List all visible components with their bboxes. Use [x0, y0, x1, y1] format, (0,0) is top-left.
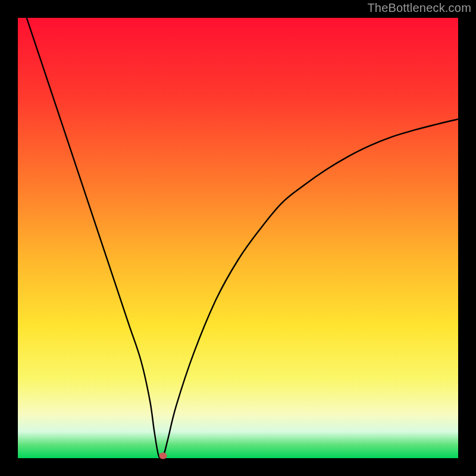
curve-svg	[18, 18, 458, 458]
watermark-text: TheBottleneck.com	[367, 1, 471, 15]
plot-area	[18, 18, 458, 458]
minimum-marker	[159, 453, 167, 459]
curve-path	[27, 18, 458, 458]
chart-container: TheBottleneck.com	[0, 0, 476, 476]
